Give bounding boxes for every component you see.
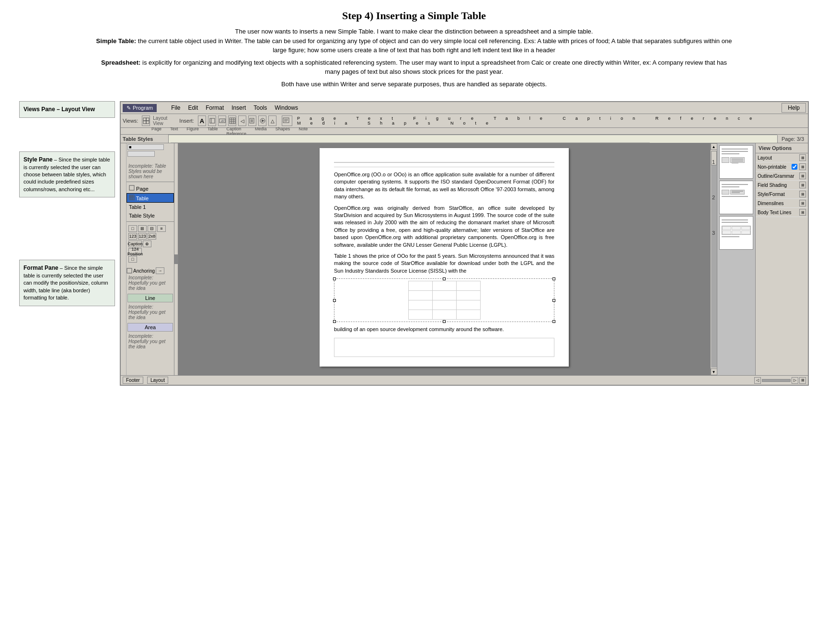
doc-para-2: OpenOffice.org was originally derived fr…: [334, 205, 554, 249]
table-cell[interactable]: [432, 291, 456, 300]
status-bar: Footer Layout ◁ ▷ ⊞: [121, 375, 808, 385]
style-item-page[interactable]: Page: [126, 184, 174, 193]
status-scrollbar[interactable]: [762, 379, 791, 382]
status-next-btn[interactable]: ▷: [792, 377, 798, 384]
handle-tl[interactable]: [333, 277, 336, 280]
ruler-ticks: for(let i=0;i<50;i++){ const x=i*20; con…: [169, 135, 777, 143]
format-row-4: 124 Position: [128, 248, 172, 255]
handle-r[interactable]: [552, 299, 555, 302]
format-row-3: Caption ⊕: [128, 241, 172, 247]
menu-insert[interactable]: Insert: [228, 104, 250, 112]
thumb-line: [722, 184, 748, 185]
thumbnail-2[interactable]: 2: [719, 181, 753, 214]
table-cell[interactable]: [456, 310, 480, 320]
table-cell[interactable]: [456, 300, 480, 310]
field-option-btn[interactable]: ⊞: [799, 182, 806, 188]
left-margin: [121, 143, 126, 375]
reference-btn[interactable]: [248, 115, 256, 126]
fmt-btn-3[interactable]: ⊟: [148, 225, 156, 232]
dim-option-btn[interactable]: ⊞: [799, 200, 806, 207]
thumb-blocks-2: [722, 190, 751, 195]
menu-format[interactable]: Format: [202, 104, 228, 112]
incomplete-note-2: Incomplete: Hopefully you get the idea: [126, 274, 174, 292]
figure-btn[interactable]: [218, 115, 226, 126]
scroll-up-btn[interactable]: ▲: [711, 143, 717, 150]
text-btn[interactable]: A: [198, 115, 206, 126]
shapes-btn[interactable]: △: [268, 115, 276, 126]
v-scrollbar[interactable]: ▲ ▼: [710, 143, 717, 375]
table-insert-area: [334, 278, 554, 322]
style-item-tablestyle[interactable]: Table Style: [126, 211, 174, 220]
caption-btn-sm[interactable]: Caption: [128, 241, 142, 247]
header-line: [334, 162, 554, 163]
table-cell[interactable]: [432, 300, 456, 310]
collapse-btn[interactable]: [174, 254, 178, 264]
handle-tr[interactable]: [552, 277, 555, 280]
table-cell[interactable]: [456, 291, 480, 300]
thumb-line: [722, 186, 739, 187]
help-button[interactable]: Help: [782, 103, 806, 113]
layout-view-btn[interactable]: [142, 115, 150, 126]
document-area[interactable]: OpenOffice.org (OO.o or OOo) is an offic…: [178, 143, 710, 375]
table-btn[interactable]: [228, 115, 236, 126]
status-footer[interactable]: Footer: [123, 377, 143, 384]
layout-option-btn[interactable]: ⊞: [799, 154, 806, 161]
style-option-btn[interactable]: ⊞: [799, 191, 806, 197]
fmt-btn-7[interactable]: 2x8: [148, 233, 156, 240]
thumb-line: [722, 196, 748, 197]
fmt-btn-2[interactable]: ⊞: [138, 225, 147, 232]
media-btn[interactable]: [258, 115, 266, 126]
table-cell[interactable]: [408, 310, 432, 320]
table-cell[interactable]: [432, 310, 456, 320]
status-grid-btn[interactable]: ⊞: [799, 377, 806, 384]
position-btn[interactable]: 124 Position: [128, 248, 142, 255]
svg-rect-9: [230, 118, 235, 124]
note-btn[interactable]: [282, 115, 292, 126]
thumbnail-3[interactable]: 3: [719, 216, 753, 250]
fmt-btn-1[interactable]: □: [128, 225, 137, 232]
fmt-btn-4[interactable]: ≡: [157, 225, 166, 232]
thumbnail-1[interactable]: 1: [719, 145, 753, 179]
style-pane-annotation: Style Pane – Since the simple table is c…: [19, 151, 115, 197]
ruler: for(let i=0;i<50;i++){ const x=i*20; con…: [169, 135, 777, 143]
table-cell[interactable]: [408, 291, 432, 300]
menu-edit[interactable]: Edit: [184, 104, 202, 112]
style-item-table[interactable]: Table: [126, 193, 174, 203]
handle-l[interactable]: [333, 299, 336, 302]
layout-option-label: Layout: [758, 155, 797, 161]
status-layout[interactable]: Layout: [147, 377, 168, 384]
handle-bl[interactable]: [333, 320, 336, 323]
caption-btn[interactable]: ◁: [238, 115, 246, 126]
doc-para-1: OpenOffice.org (OO.o or OOo) is an offic…: [334, 171, 554, 201]
handle-b[interactable]: [443, 320, 446, 323]
table-cell[interactable]: [456, 281, 480, 291]
scroll-down-btn[interactable]: ▼: [711, 368, 717, 375]
status-prev-btn[interactable]: ◁: [754, 377, 761, 384]
fmt-btn-6[interactable]: 123: [138, 233, 147, 240]
body-option-btn[interactable]: ⊞: [799, 209, 806, 216]
menu-file[interactable]: File: [167, 104, 184, 112]
styles-panel: ■ Incomplete: Table Styles would be show…: [126, 143, 174, 375]
table-cell[interactable]: [408, 281, 432, 291]
outline-option-btn[interactable]: ⊞: [799, 172, 806, 179]
thumb-cell: [722, 230, 731, 234]
size-btn[interactable]: □: [128, 256, 137, 263]
style-item-table1[interactable]: Table 1: [126, 203, 174, 211]
menu-windows[interactable]: Windows: [271, 104, 302, 112]
handle-t[interactable]: [443, 277, 446, 280]
left-border: [174, 143, 178, 375]
table-cell[interactable]: [408, 300, 432, 310]
frame-btn[interactable]: [208, 115, 216, 126]
nonprint-checkbox[interactable]: [792, 164, 797, 170]
nonprint-option-btn[interactable]: ⊞: [799, 163, 806, 170]
fmt-btn-5[interactable]: 123: [128, 233, 137, 240]
fmt-icon-1[interactable]: ⊕: [143, 241, 151, 247]
anchoring-btn[interactable]: →: [156, 267, 164, 274]
handle-br[interactable]: [552, 320, 555, 323]
anchoring-label: Anchoring: [133, 268, 155, 274]
table-cell[interactable]: [432, 281, 456, 291]
thumb-cell: [732, 230, 741, 234]
field-option-label: Field Shading: [758, 183, 797, 188]
menu-tools[interactable]: Tools: [250, 104, 271, 112]
program-button[interactable]: ✎ Program: [123, 104, 157, 112]
